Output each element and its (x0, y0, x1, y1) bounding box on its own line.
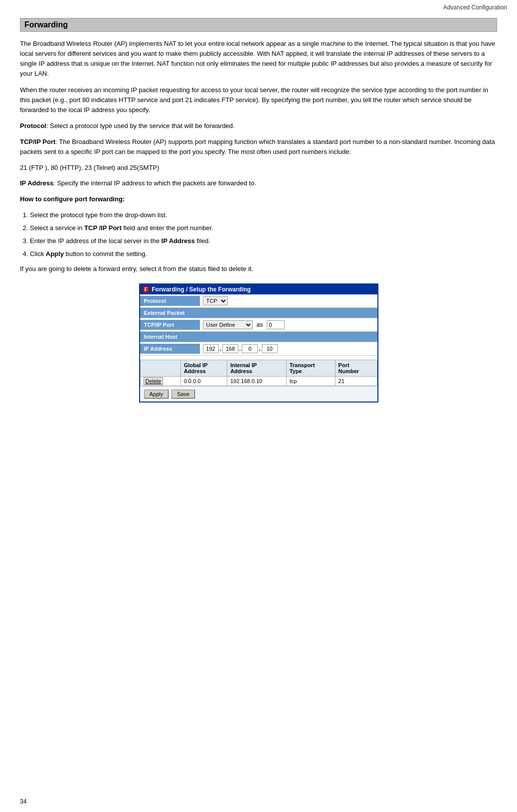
tcpip-port-input-cell: User Define FTP (21) HTTP (80) Telnet (2… (200, 318, 377, 331)
ip-address-label: IP Address (140, 344, 200, 354)
form-icon: F (143, 286, 150, 292)
page-number: 34 (20, 798, 26, 805)
ip-octet-3[interactable] (242, 344, 258, 353)
step-4: Click Apply button to commit the setting… (30, 249, 497, 259)
protocol-select[interactable]: TCP UDP (203, 296, 228, 305)
paragraph-1: The Broadband Wireless Router (AP) imple… (20, 39, 497, 79)
paragraph-2: When the router receives an incoming IP … (20, 85, 497, 115)
tcpip-description: TCP/IP Port: The Broadband Wireless Rout… (20, 137, 497, 157)
step-1: Select the protocol type from the drop-d… (30, 210, 497, 220)
external-packet-row: External Packet (140, 308, 377, 318)
spacer-row (140, 356, 377, 360)
ip-octet-2[interactable] (222, 344, 238, 353)
tcpip-port-row: TCP/IP Port User Define FTP (21) HTTP (8… (140, 318, 377, 332)
section-title: Forwarding (20, 18, 497, 32)
form-title: Forwarding / Setup the Forwarding (152, 286, 251, 293)
col-header-internal-ip: Internal IPAddress (227, 360, 286, 376)
table-cell-transport: tcp (286, 376, 335, 386)
internal-host-row: Internal Host (140, 332, 377, 342)
col-header-transport: TransportType (286, 360, 335, 376)
apply-button[interactable]: Apply (144, 390, 169, 399)
page-header: Advanced Configuration (0, 0, 517, 13)
save-button[interactable]: Save (172, 390, 195, 399)
table-cell-delete[interactable]: Delete (140, 376, 180, 386)
table-cell-internal-ip: 192.168.0.10 (227, 376, 286, 386)
protocol-input-cell: TCP UDP (200, 294, 377, 307)
ip-octet-4[interactable] (262, 344, 278, 353)
step-3: Enter the IP address of the local server… (30, 236, 497, 246)
external-packet-label: External Packet (140, 308, 377, 318)
port-examples: 21 (FTP ), 80 (HTTP), 23 (Telnet) and 25… (20, 163, 497, 173)
ip-address-row: IP Address . . . (140, 342, 377, 356)
delete-note: If you are going to delete a forward ent… (20, 264, 497, 274)
internal-host-label: Internal Host (140, 332, 377, 342)
ip-address-input-cell: . . . (200, 342, 377, 355)
protocol-row: Protocol TCP UDP (140, 294, 377, 308)
main-content: Forwarding The Broadband Wireless Router… (0, 13, 517, 427)
table-header-row: Global IPAddress Internal IPAddress Tran… (140, 360, 377, 376)
ipaddress-bold-label: IP Address (20, 179, 53, 187)
tcpip-port-value-input[interactable] (267, 320, 285, 329)
forwarding-table: Global IPAddress Internal IPAddress Tran… (140, 360, 377, 386)
tcpip-port-select[interactable]: User Define FTP (21) HTTP (80) Telnet (2… (203, 320, 253, 329)
table-row: Delete 0.0.0.0 192.168.0.10 tcp 21 (140, 376, 377, 386)
ip-octet-1[interactable] (203, 344, 219, 353)
ip-inputs: . . . (203, 344, 278, 353)
protocol-bold-label: Protocol (20, 122, 46, 130)
ipaddress-description: IP Address: Specify the internal IP addr… (20, 178, 497, 188)
form-title-bar: F Forwarding / Setup the Forwarding (140, 284, 377, 294)
delete-link[interactable]: Delete (144, 377, 164, 385)
howto-title: How to configure port forwarding: (20, 194, 497, 204)
as-label: as (257, 321, 263, 328)
action-row: Apply Save (140, 386, 377, 402)
steps-list: Select the protocol type from the drop-d… (30, 210, 497, 260)
tcpip-bold-label: TCP/IP Port (20, 138, 55, 145)
tcpip-port-label: TCP/IP Port (140, 320, 200, 330)
col-header-delete (140, 360, 180, 376)
table-cell-port: 21 (335, 376, 377, 386)
protocol-description: Protocol: Select a protocol type used by… (20, 121, 497, 131)
table-cell-global-ip: 0.0.0.0 (180, 376, 227, 386)
step-2: Select a service in TCP /IP Port field a… (30, 223, 497, 233)
forwarding-form: F Forwarding / Setup the Forwarding Prot… (139, 283, 378, 403)
protocol-label: Protocol (140, 296, 200, 306)
header-title: Advanced Configuration (443, 4, 507, 11)
col-header-port: PortNumber (335, 360, 377, 376)
col-header-global-ip: Global IPAddress (180, 360, 227, 376)
